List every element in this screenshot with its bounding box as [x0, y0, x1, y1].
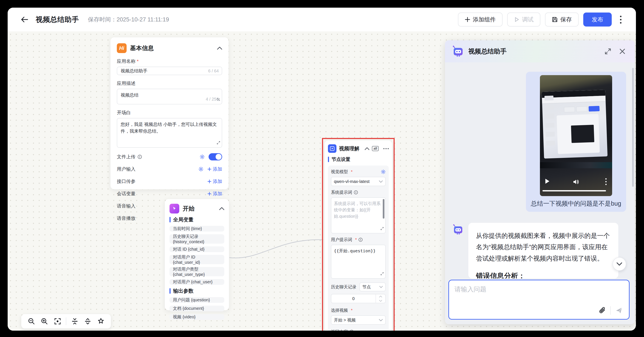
collapse-node-button[interactable]: [365, 147, 369, 150]
output-param-item[interactable]: 用户问题 {question}: [170, 297, 224, 303]
collapse-node-button[interactable]: [217, 47, 222, 50]
debug-label: 调试: [522, 16, 534, 23]
global-var-item[interactable]: 当前时间 {time}: [170, 226, 224, 232]
user-input-settings-gear-icon[interactable]: [198, 167, 204, 172]
vision-model-select[interactable]: qwen-vl-max-latest: [331, 177, 386, 186]
back-arrow-icon: [21, 16, 28, 23]
send-icon: [615, 307, 623, 315]
assistant-message: 从你提供的视频截图来看，视频中展示的是一个名为“视频总结助手”的网页应用界面，该…: [453, 223, 626, 279]
video-understanding-node[interactable]: 视频理解 all 节点设置 视觉模型* qwen-vl-max-latest: [324, 140, 392, 331]
scroll-to-bottom-button[interactable]: [612, 257, 626, 271]
save-button[interactable]: 保存: [545, 12, 578, 26]
app-desc-value: 视频总结: [121, 92, 138, 97]
opening-textarea[interactable]: 您好，我是 视频总结 小助手，您可以上传视频文件，我来帮你总结。: [117, 118, 222, 148]
model-settings-gear-icon[interactable]: [381, 169, 386, 174]
history-mode-select[interactable]: 节点: [360, 283, 386, 291]
expand-textarea-icon[interactable]: [380, 225, 384, 232]
info-icon[interactable]: [358, 238, 362, 242]
global-var-item[interactable]: 对话用户类型 {chat_user_type}: [170, 267, 224, 276]
opening-value: 您好，我是 视频总结 小助手，您可以上传视频文件，我来帮你总结。: [121, 122, 217, 133]
add-component-label: 添加组件: [473, 16, 496, 23]
expand-panel-button[interactable]: [603, 46, 613, 56]
play-button[interactable]: [544, 178, 550, 185]
plus-icon: [207, 192, 212, 196]
expand-textarea-icon[interactable]: [380, 271, 384, 277]
info-icon[interactable]: [350, 330, 354, 331]
video-node-title: 视频理解: [339, 145, 362, 152]
node-more-menu-icon[interactable]: [384, 148, 389, 149]
history-mode-value: 节点: [362, 284, 371, 290]
chevron-down-icon: [616, 262, 622, 266]
assistant-message-text: 从你提供的视频截图来看，视频中展示的是一个名为“视频总结助手”的网页应用界面，该…: [476, 230, 611, 264]
beautify-layout-button[interactable]: [96, 317, 106, 326]
star-icon: [97, 318, 104, 325]
global-var-item[interactable]: 历史聊天记录 {history_context}: [170, 234, 224, 244]
back-button[interactable]: [20, 14, 30, 25]
app-name-value: 视频总结助手: [121, 68, 148, 74]
global-var-item[interactable]: 对话用户 ID {chat_user_id}: [170, 255, 224, 264]
expand-vertical-button[interactable]: [83, 317, 92, 326]
chevron-up-icon: [217, 47, 222, 50]
start-node-icon: [170, 204, 179, 214]
file-upload-settings-gear-icon[interactable]: [200, 154, 205, 159]
add-component-button[interactable]: 添加组件: [458, 12, 502, 26]
history-rounds-input[interactable]: 0: [331, 294, 386, 303]
chat-input-box[interactable]: 请输入问题: [448, 280, 630, 320]
debug-button[interactable]: 调试: [507, 12, 540, 26]
output-param-item[interactable]: 文档 {document}: [170, 306, 224, 311]
video-progress-bar[interactable]: [542, 190, 606, 191]
textarea-scrollbar[interactable]: [383, 199, 384, 219]
assistant-message-heading: 错误信息分析：: [476, 271, 611, 279]
info-icon[interactable]: [354, 190, 358, 194]
session-vars-add-button[interactable]: 添加: [207, 191, 222, 197]
plus-icon: [207, 167, 212, 171]
basic-info-node[interactable]: Hi 基本信息 应用名称* 视频总结助手 6 / 64 应用描述 视频总结 4 …: [110, 37, 228, 189]
chat-preview-panel: 视频总结助手: [445, 40, 635, 324]
start-node[interactable]: 开始 全局变量 当前时间 {time} 历史聊天记录 {history_cont…: [165, 199, 229, 310]
user-prompt-label: 用户提示词*: [331, 237, 386, 243]
user-prompt-textarea[interactable]: {{开始.question}}: [331, 245, 386, 279]
publish-label: 发布: [592, 16, 603, 23]
attach-file-button[interactable]: [598, 307, 606, 314]
app-desc-label: 应用描述: [117, 80, 222, 87]
chat-scrollbar[interactable]: [632, 68, 634, 187]
chat-panel-title: 视频总结助手: [468, 47, 598, 56]
info-icon[interactable]: [138, 155, 142, 159]
stepper-up-button[interactable]: [376, 294, 385, 299]
close-panel-button[interactable]: [617, 46, 628, 56]
expand-textarea-icon[interactable]: [217, 139, 220, 146]
page-title: 视频总结助手: [36, 15, 79, 24]
app-desc-textarea[interactable]: 视频总结 4 / 256: [117, 89, 222, 104]
video-more-menu-icon[interactable]: [605, 178, 606, 185]
video-player-controls: [540, 171, 612, 196]
volume-button[interactable]: [573, 179, 579, 185]
resize-handle-icon[interactable]: [217, 96, 220, 103]
all-badge[interactable]: all: [372, 146, 379, 151]
send-button[interactable]: [615, 307, 623, 315]
stepper-down-button[interactable]: [376, 299, 385, 303]
zoom-out-button[interactable]: [27, 317, 36, 326]
global-var-item[interactable]: 对话用户 {chat_user}: [170, 279, 224, 285]
system-prompt-textarea[interactable]: 系统提示词，可以引用系统中的变量：如{{开始.question}}: [331, 197, 386, 233]
user-input-add-button[interactable]: 添加: [207, 166, 222, 172]
api-params-add-button[interactable]: 添加: [207, 178, 222, 185]
collapse-vertical-button[interactable]: [70, 317, 80, 326]
session-vars-label: 会话变量: [117, 191, 136, 197]
global-var-item[interactable]: 对话 ID {chat_id}: [170, 246, 224, 252]
opening-label: 开场白: [117, 109, 222, 116]
more-menu-button[interactable]: [616, 12, 625, 26]
app-name-input[interactable]: 视频总结助手 6 / 64: [117, 67, 222, 75]
output-param-item[interactable]: 视频 {video}: [170, 314, 224, 320]
expand-vertical-icon: [84, 318, 91, 325]
select-video-select[interactable]: 开始 > 视频: [331, 315, 386, 325]
basic-info-node-title: 基本信息: [130, 44, 214, 52]
fit-view-button[interactable]: [53, 317, 62, 326]
publish-button[interactable]: 发布: [583, 12, 612, 26]
uploaded-video-thumbnail[interactable]: [540, 75, 612, 196]
play-icon: [544, 178, 550, 184]
output-params-section-title: 输出参数: [170, 288, 224, 294]
collapse-node-button[interactable]: [219, 207, 224, 210]
user-message: 总结一下视频中的问题是不是bug: [453, 72, 626, 212]
zoom-in-button[interactable]: [40, 317, 49, 326]
file-upload-toggle[interactable]: [208, 153, 222, 160]
